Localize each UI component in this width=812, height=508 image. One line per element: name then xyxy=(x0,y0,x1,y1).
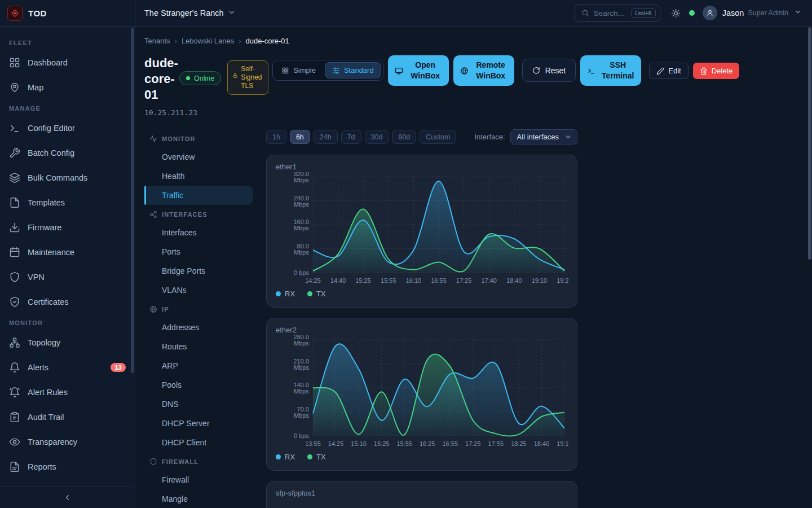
search-input[interactable]: Search... Cmd+K xyxy=(575,5,660,22)
svg-text:18:40: 18:40 xyxy=(506,277,522,284)
svg-text:13:55: 13:55 xyxy=(305,440,321,447)
view-toggle-label: Simple xyxy=(293,66,316,75)
sidebar-item-vpn[interactable]: VPN xyxy=(0,265,135,290)
subnav-item-ports[interactable]: Ports xyxy=(144,242,253,261)
eye-icon xyxy=(9,436,20,448)
sidebar-item-dashboard[interactable]: Dashboard xyxy=(0,50,135,75)
terminal-icon xyxy=(9,122,20,134)
legend-dot-icon xyxy=(276,291,281,296)
sidebar-item-alerts[interactable]: Alerts13 xyxy=(0,355,135,380)
svg-text:15:25: 15:25 xyxy=(355,277,371,284)
sidebar-item-label: Alert Rules xyxy=(28,388,68,397)
map-pin-icon xyxy=(9,82,20,93)
sidebar-item-label: Transparency xyxy=(28,437,77,446)
shield-icon xyxy=(9,271,20,283)
sidebar-section-manage: MANAGE xyxy=(0,100,135,116)
reset-button[interactable]: Reset xyxy=(522,59,576,82)
subnav-item-traffic[interactable]: Traffic xyxy=(144,186,253,205)
sidebar-item-label: Reports xyxy=(28,462,56,471)
subnav-item-interfaces[interactable]: Interfaces xyxy=(144,223,253,242)
svg-text:Mbps: Mbps xyxy=(294,225,309,231)
sidebar-item-alert-rules[interactable]: Alert Rules xyxy=(0,380,135,405)
device-actions: Open WinBoxRemote WinBoxResetSSH Termina… xyxy=(383,55,740,86)
sidebar-item-firmware[interactable]: Firmware xyxy=(0,215,135,240)
svg-text:17:25: 17:25 xyxy=(456,277,472,284)
user-avatar[interactable] xyxy=(703,6,717,20)
ssh-terminal-button[interactable]: SSH Terminal xyxy=(580,55,641,86)
time-range-custom[interactable]: Custom xyxy=(420,130,456,144)
subnav-item-addresses[interactable]: Addresses xyxy=(144,318,253,337)
chart-legend: RXTX xyxy=(276,290,568,298)
time-range-90d[interactable]: 90d xyxy=(392,130,416,144)
dashboard-icon xyxy=(9,57,20,68)
sidebar-item-label: Config Editor xyxy=(28,124,75,133)
svg-text:19:10: 19:10 xyxy=(532,277,548,284)
sidebar-item-certificates[interactable]: Certificates xyxy=(0,290,135,314)
sidebar-item-templates[interactable]: Templates xyxy=(0,190,135,215)
interface-select[interactable]: All interfaces xyxy=(510,129,577,144)
subnav-item-routes[interactable]: Routes xyxy=(144,337,253,356)
subnav-item-dns[interactable]: DNS xyxy=(144,395,253,414)
remote-winbox-button[interactable]: Remote WinBox xyxy=(453,55,514,86)
sidebar-item-transparency[interactable]: Transparency xyxy=(0,430,135,454)
sidebar-item-label: Templates xyxy=(28,198,65,207)
svg-text:0 bps: 0 bps xyxy=(294,432,309,439)
sidebar-section-monitor: MONITOR xyxy=(0,314,135,330)
time-range-24h[interactable]: 24h xyxy=(314,130,338,144)
tls-badge: Self-Signed TLS xyxy=(227,60,268,95)
lock-icon xyxy=(232,73,238,90)
edit-button[interactable]: Edit xyxy=(649,63,688,79)
time-range-group: 1h6h24h7d30d90dCustom xyxy=(266,130,456,144)
search-placeholder: Search... xyxy=(594,9,626,17)
sidebar-item-map[interactable]: Map xyxy=(0,75,135,100)
sidebar-item-audit-trail[interactable]: Audit Trail xyxy=(0,405,135,430)
button-label: SSH Terminal xyxy=(599,60,637,81)
subnav-item-overview[interactable]: Overview xyxy=(144,147,253,167)
view-mode-toggle: SimpleStandard xyxy=(272,60,383,81)
sidebar-item-label: Certificates xyxy=(28,297,69,306)
breadcrumb-item[interactable]: Lebowski Lanes xyxy=(182,37,234,45)
time-range-30d[interactable]: 30d xyxy=(365,130,389,144)
time-range-1h[interactable]: 1h xyxy=(266,130,286,144)
subnav-item-pools[interactable]: Pools xyxy=(144,375,253,395)
delete-button[interactable]: Delete xyxy=(693,63,740,79)
svg-text:18:40: 18:40 xyxy=(534,440,550,447)
user-menu-chevron-icon[interactable] xyxy=(794,8,802,18)
subnav-item-bridge-ports[interactable]: Bridge Ports xyxy=(144,261,253,281)
globe-icon xyxy=(149,305,157,313)
time-range-7d[interactable]: 7d xyxy=(341,130,361,144)
open-winbox-button[interactable]: Open WinBox xyxy=(388,55,449,86)
refresh-icon xyxy=(532,67,540,75)
view-toggle-standard[interactable]: Standard xyxy=(325,62,381,78)
subnav-item-health[interactable]: Health xyxy=(144,167,253,186)
subnav-item-arp[interactable]: ARP xyxy=(144,356,253,375)
sidebar-scrollbar[interactable] xyxy=(131,28,134,373)
sidebar-item-topology[interactable]: Topology xyxy=(0,330,135,355)
subnav-item-dhcp-server[interactable]: DHCP Server xyxy=(144,414,253,433)
sidebar-item-config-editor[interactable]: Config Editor xyxy=(0,116,135,141)
traffic-chart-plot: 13:5514:2515:1015:2515:5516:2516:5517:25… xyxy=(276,335,569,450)
subnav-item-dhcp-client[interactable]: DHCP Client xyxy=(144,433,253,452)
legend-dot-icon xyxy=(276,454,281,459)
tenant-selector[interactable]: The Stranger's Ranch xyxy=(144,8,236,18)
sidebar-item-maintenance[interactable]: Maintenance xyxy=(0,240,135,265)
button-label: Remote WinBox xyxy=(472,60,510,81)
breadcrumb-item[interactable]: Tenants xyxy=(144,37,170,45)
subnav-item-vlans[interactable]: VLANs xyxy=(144,281,253,300)
svg-text:Mbps: Mbps xyxy=(294,388,309,395)
subnav-item-firewall[interactable]: Firewall xyxy=(144,470,253,489)
button-label: Open WinBox xyxy=(407,60,444,81)
sidebar-item-bulk-commands[interactable]: Bulk Commands xyxy=(0,165,135,190)
theme-toggle-sun-icon[interactable] xyxy=(671,8,681,18)
chart-title: ether1 xyxy=(276,163,568,171)
sidebar-item-batch-config[interactable]: Batch Config xyxy=(0,141,135,165)
subnav-item-mangle[interactable]: Mangle xyxy=(144,489,253,508)
view-toggle-simple[interactable]: Simple xyxy=(275,62,323,78)
sidebar-collapse-button[interactable] xyxy=(0,487,135,508)
time-range-6h[interactable]: 6h xyxy=(290,130,310,144)
sidebar-item-reports[interactable]: Reports xyxy=(0,454,135,479)
sidebar-item-label: Audit Trail xyxy=(28,413,64,422)
breadcrumb-separator: › xyxy=(239,37,241,45)
page-scrollbar[interactable] xyxy=(808,27,811,260)
sidebar-item-label: Dashboard xyxy=(28,58,68,67)
